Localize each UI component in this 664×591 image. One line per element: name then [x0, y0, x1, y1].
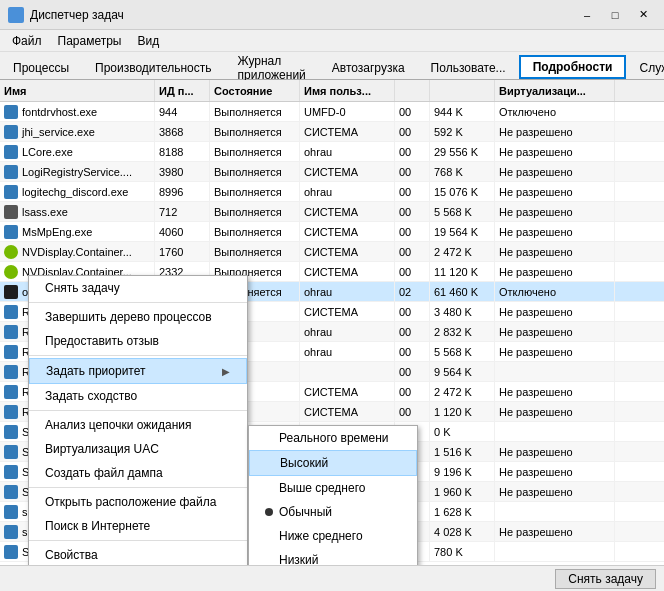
cell-num: 00 — [395, 242, 430, 261]
close-button[interactable]: ✕ — [630, 5, 656, 25]
cell-virt: Не разрешено — [495, 342, 615, 361]
tab-processes[interactable]: Процессы — [0, 55, 82, 79]
menu-file[interactable]: Файл — [4, 32, 50, 50]
cell-mem: 592 K — [430, 122, 495, 141]
maximize-button[interactable]: □ — [602, 5, 628, 25]
submenu-item[interactable]: Ниже среднего — [249, 524, 417, 548]
cell-mem: 11 120 K — [430, 262, 495, 281]
menu-view[interactable]: Вид — [129, 32, 167, 50]
tab-startup[interactable]: Автозагрузка — [319, 55, 418, 79]
cell-mem: 780 K — [430, 542, 495, 561]
cell-name: lsass.exe — [0, 202, 155, 221]
col-name[interactable]: Имя — [0, 80, 155, 101]
cell-virt: Не разрешено — [495, 302, 615, 321]
cell-num: 00 — [395, 342, 430, 361]
submenu-item[interactable]: Обычный — [249, 500, 417, 524]
table-row[interactable]: lsass.exe 712 Выполняется СИСТЕМА 00 5 5… — [0, 202, 664, 222]
col-pid[interactable]: ИД п... — [155, 80, 210, 101]
context-menu-item[interactable]: Поиск в Интернете — [29, 514, 247, 538]
context-menu: Снять задачуЗавершить дерево процессовПр… — [28, 275, 248, 565]
submenu-item[interactable]: Низкий — [249, 548, 417, 565]
cell-num: 00 — [395, 202, 430, 221]
context-menu-item[interactable]: Задать сходство — [29, 384, 247, 408]
cell-mem: 19 564 K — [430, 222, 495, 241]
context-menu-item[interactable]: Свойства — [29, 543, 247, 565]
cell-num: 00 — [395, 302, 430, 321]
submenu-item[interactable]: Реального времени — [249, 426, 417, 450]
cell-status: Выполняется — [210, 202, 300, 221]
main-content: Имя ИД п... Состояние Имя польз... Вирту… — [0, 80, 664, 565]
col-mem[interactable] — [430, 80, 495, 101]
context-menu-item[interactable]: Снять задачу — [29, 276, 247, 300]
submenu-item[interactable]: Высокий — [249, 450, 417, 476]
cell-mem: 1 960 K — [430, 482, 495, 501]
table-row[interactable]: NVDisplay.Container... 1760 Выполняется … — [0, 242, 664, 262]
tab-details[interactable]: Подробности — [519, 55, 627, 79]
cell-virt: Не разрешено — [495, 462, 615, 481]
col-user[interactable]: Имя польз... — [300, 80, 395, 101]
cell-mem: 1 516 K — [430, 442, 495, 461]
cell-virt: Не разрешено — [495, 242, 615, 261]
cell-name: jhi_service.exe — [0, 122, 155, 141]
cell-user: СИСТЕМА — [300, 242, 395, 261]
cell-user: СИСТЕМА — [300, 202, 395, 221]
cell-num: 00 — [395, 402, 430, 421]
app-icon — [8, 7, 24, 23]
tab-performance[interactable]: Производительность — [82, 55, 224, 79]
cell-mem: 9 196 K — [430, 462, 495, 481]
context-menu-item[interactable]: Анализ цепочки ожидания — [29, 413, 247, 437]
cell-virt: Отключено — [495, 102, 615, 121]
cell-pid: 944 — [155, 102, 210, 121]
table-row[interactable]: fontdrvhost.exe 944 Выполняется UMFD-0 0… — [0, 102, 664, 122]
cell-virt: Не разрешено — [495, 162, 615, 181]
col-virt[interactable]: Виртуализаци... — [495, 80, 615, 101]
cell-mem: 0 K — [430, 422, 495, 441]
cell-pid: 8996 — [155, 182, 210, 201]
cell-num: 00 — [395, 322, 430, 341]
cell-status: Выполняется — [210, 122, 300, 141]
cell-user: ohrau — [300, 282, 395, 301]
cell-user: UMFD-0 — [300, 102, 395, 121]
tab-app-history[interactable]: Журнал приложений — [225, 55, 319, 79]
cell-pid: 3868 — [155, 122, 210, 141]
col-status[interactable]: Состояние — [210, 80, 300, 101]
context-menu-item[interactable]: Предоставить отзыв — [29, 329, 247, 353]
cell-virt — [495, 502, 615, 521]
cell-num: 02 — [395, 282, 430, 301]
cell-status: Выполняется — [210, 242, 300, 261]
kill-task-button[interactable]: Снять задачу — [555, 569, 656, 589]
context-menu-item[interactable]: Открыть расположение файла — [29, 490, 247, 514]
menu-parameters[interactable]: Параметры — [50, 32, 130, 50]
cell-mem: 1 120 K — [430, 402, 495, 421]
selected-indicator — [265, 508, 273, 516]
cell-virt: Не разрешено — [495, 402, 615, 421]
cell-virt — [495, 362, 615, 381]
cell-status: Выполняется — [210, 142, 300, 161]
cell-name: fontdrvhost.exe — [0, 102, 155, 121]
table-row[interactable]: logitechg_discord.exe 8996 Выполняется o… — [0, 182, 664, 202]
cell-virt: Не разрешено — [495, 522, 615, 541]
cell-num: 00 — [395, 382, 430, 401]
submenu-item[interactable]: Выше среднего — [249, 476, 417, 500]
context-menu-separator — [29, 302, 247, 303]
table-row[interactable]: LCore.exe 8188 Выполняется ohrau 00 29 5… — [0, 142, 664, 162]
table-row[interactable]: MsMpEng.exe 4060 Выполняется СИСТЕМА 00 … — [0, 222, 664, 242]
col-num[interactable] — [395, 80, 430, 101]
context-menu-item[interactable]: Виртуализация UAC — [29, 437, 247, 461]
cell-num: 00 — [395, 222, 430, 241]
context-menu-item[interactable]: Создать файл дампа — [29, 461, 247, 485]
cell-num: 00 — [395, 362, 430, 381]
cell-user: ohrau — [300, 342, 395, 361]
context-menu-item[interactable]: Задать приоритет▶ — [29, 358, 247, 384]
context-menu-item[interactable]: Завершить дерево процессов — [29, 305, 247, 329]
context-menu-separator — [29, 355, 247, 356]
cell-pid: 4060 — [155, 222, 210, 241]
cell-mem: 5 568 K — [430, 202, 495, 221]
cell-user: ohrau — [300, 142, 395, 161]
tab-users[interactable]: Пользовате... — [418, 55, 519, 79]
tab-services[interactable]: Службы — [626, 55, 664, 79]
table-row[interactable]: LogiRegistryService.... 3980 Выполняется… — [0, 162, 664, 182]
minimize-button[interactable]: – — [574, 5, 600, 25]
table-row[interactable]: jhi_service.exe 3868 Выполняется СИСТЕМА… — [0, 122, 664, 142]
context-menu-separator — [29, 487, 247, 488]
